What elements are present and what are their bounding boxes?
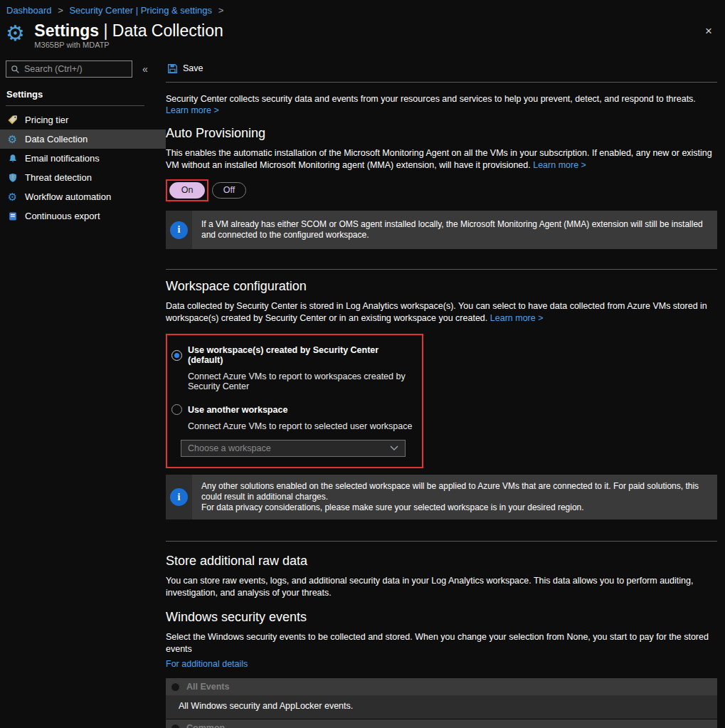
- breadcrumb-separator: >: [218, 5, 224, 16]
- learn-more-link[interactable]: Learn more >: [490, 313, 544, 323]
- settings-sidebar: « Settings Pricing tier ⚙ Data Collectio…: [0, 59, 166, 728]
- workspace-other-radio[interactable]: Use another workspace: [171, 404, 413, 415]
- option-description: All Windows security and AppLocker event…: [166, 695, 717, 719]
- raw-data-heading: Store additional raw data: [166, 554, 717, 569]
- sidebar-item-workflow-automation[interactable]: ⚙ Workflow automation: [0, 187, 166, 206]
- sidebar-item-label: Data Collection: [25, 134, 88, 144]
- windows-events-heading: Windows security events: [166, 610, 717, 625]
- sidebar-item-label: Pricing tier: [25, 115, 68, 125]
- page-subtitle: M365BP with MDATP: [34, 41, 223, 49]
- workflow-gear-icon: ⚙: [6, 191, 18, 203]
- save-icon: [167, 63, 178, 74]
- sidebar-search: [6, 60, 132, 78]
- toggle-off-button[interactable]: Off: [212, 182, 246, 199]
- sidebar-item-continuous-export[interactable]: Continuous export: [0, 206, 166, 226]
- radio-unselected-icon: [171, 682, 180, 692]
- search-icon: [11, 65, 20, 74]
- page-header: ⚙ Settings | Data Collection M365BP with…: [0, 16, 725, 52]
- sidebar-item-email-notifications[interactable]: Email notifications: [0, 149, 166, 168]
- workspace-dropdown-placeholder: Choose a workspace: [188, 443, 271, 453]
- workspace-default-description: Connect Azure VMs to report to workspace…: [188, 371, 413, 391]
- page-title: Settings | Data Collection: [34, 21, 223, 40]
- info-icon: i: [170, 221, 188, 239]
- collapse-sidebar-icon[interactable]: «: [142, 63, 148, 75]
- workspace-configuration-heading: Workspace configuration: [166, 279, 717, 294]
- annotation-red-box-workspace: Use workspace(s) created by Security Cen…: [166, 334, 423, 468]
- option-all-events[interactable]: All Events All Windows security and AppL…: [166, 678, 717, 719]
- annotation-red-box: On: [166, 179, 208, 201]
- breadcrumb-pricing-settings[interactable]: Security Center | Pricing & settings: [69, 5, 212, 16]
- close-icon[interactable]: ×: [705, 24, 712, 38]
- toggle-on-button[interactable]: On: [169, 182, 205, 199]
- bell-icon: [6, 152, 18, 164]
- auto-provisioning-heading: Auto Provisioning: [166, 126, 717, 141]
- windows-events-description: Select the Windows security events to be…: [166, 631, 717, 655]
- sidebar-item-label: Continuous export: [25, 211, 100, 221]
- sidebar-section-label: Settings: [0, 78, 166, 105]
- workspace-info-box: i Any other solutions enabled on the sel…: [166, 475, 717, 519]
- sidebar-item-label: Email notifications: [25, 153, 100, 164]
- workspace-other-description: Connect Azure VMs to report to selected …: [188, 421, 413, 431]
- sidebar-item-label: Threat detection: [25, 172, 92, 183]
- workspace-dropdown[interactable]: Choose a workspace: [181, 440, 406, 457]
- learn-more-link[interactable]: Learn more >: [533, 160, 586, 170]
- gear-icon: ⚙: [6, 133, 18, 145]
- learn-more-link[interactable]: Learn more >: [166, 105, 219, 115]
- radio-unselected-icon: [171, 724, 180, 728]
- mma-info-box: i If a VM already has either SCOM or OMS…: [166, 211, 717, 249]
- breadcrumb-separator: >: [58, 5, 63, 16]
- save-label: Save: [183, 63, 203, 73]
- data-collection-content: Save Security Center collects security d…: [166, 59, 725, 728]
- sidebar-item-pricing-tier[interactable]: Pricing tier: [0, 110, 166, 130]
- windows-events-options: All Events All Windows security and AppL…: [166, 678, 717, 728]
- info-icon: i: [170, 488, 188, 506]
- sidebar-item-data-collection[interactable]: ⚙ Data Collection: [0, 130, 166, 149]
- export-icon: [6, 210, 18, 222]
- radio-selected-icon: [171, 350, 182, 361]
- workspace-configuration-description: Data collected by Security Center is sto…: [166, 300, 717, 325]
- toolbar-divider: [166, 82, 717, 83]
- price-tag-icon: [6, 114, 18, 126]
- save-button[interactable]: Save: [167, 60, 211, 76]
- sidebar-divider: [6, 105, 144, 106]
- settings-gear-icon: ⚙: [6, 23, 25, 44]
- workspace-default-radio[interactable]: Use workspace(s) created by Security Cen…: [171, 345, 413, 365]
- shield-alert-icon: [6, 172, 18, 184]
- auto-provisioning-description: This enables the automatic installation …: [166, 147, 717, 172]
- breadcrumb: Dashboard > Security Center | Pricing & …: [0, 0, 725, 16]
- option-common[interactable]: Common A standard set of events for audi…: [166, 719, 717, 728]
- workspace-info-text: Any other solutions enabled on the selec…: [192, 475, 717, 519]
- auto-provisioning-toggle: On Off: [166, 179, 717, 201]
- radio-unselected-icon: [171, 404, 182, 415]
- chevron-down-icon: [390, 445, 398, 451]
- sidebar-item-threat-detection[interactable]: Threat detection: [0, 168, 166, 187]
- additional-details-link[interactable]: For additional details: [166, 659, 248, 669]
- raw-data-description: You can store raw events, logs, and addi…: [166, 575, 717, 599]
- intro-text: Security Center collects security data a…: [166, 93, 717, 116]
- search-input[interactable]: [24, 64, 124, 74]
- mma-info-text: If a VM already has either SCOM or OMS a…: [192, 213, 717, 247]
- breadcrumb-dashboard[interactable]: Dashboard: [6, 5, 52, 16]
- sidebar-item-label: Workflow automation: [25, 191, 111, 202]
